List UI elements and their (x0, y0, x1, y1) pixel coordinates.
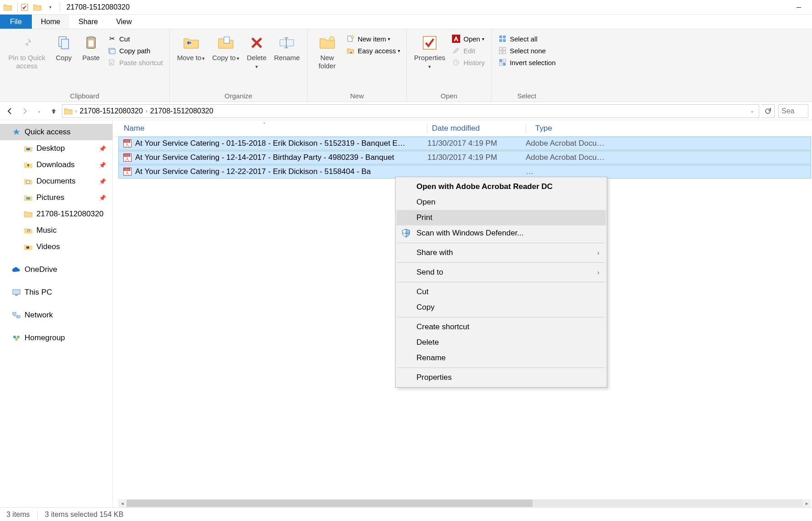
pdf-file-icon (123, 139, 132, 148)
context-separator (397, 282, 605, 282)
breadcrumb-item[interactable]: 21708-1512080320 (150, 107, 213, 115)
context-cut[interactable]: Cut (396, 284, 606, 300)
sidebar-item-this-pc[interactable]: This PC (0, 284, 112, 301)
pin-icon: 📌 (99, 145, 106, 152)
select-none-icon (498, 46, 507, 55)
sidebar-item-network[interactable]: Network (0, 307, 112, 323)
move-to-button[interactable]: Move to (173, 31, 208, 62)
pin-to-quick-access-button[interactable]: Pin to Quick access (4, 31, 50, 70)
forward-button[interactable] (18, 105, 31, 117)
context-rename[interactable]: Rename (396, 350, 606, 366)
file-row[interactable]: At Your Service Catering - 01-15-2018 - … (118, 137, 811, 150)
svg-rect-31 (26, 197, 30, 199)
new-folder-button[interactable]: New folder (311, 31, 343, 70)
new-item-button[interactable]: New item ▾ (343, 33, 403, 45)
scroll-right-button[interactable]: ▸ (803, 501, 811, 506)
column-header-type[interactable]: Type (531, 124, 812, 133)
context-copy[interactable]: Copy (396, 300, 606, 315)
search-input[interactable]: Sea (778, 104, 808, 118)
minimize-button[interactable]: ─ (788, 0, 809, 14)
tab-home[interactable]: Home (32, 15, 70, 29)
scroll-thumb[interactable] (127, 500, 533, 507)
up-button[interactable] (47, 105, 60, 117)
sidebar-item-pictures[interactable]: Pictures📌 (0, 189, 112, 206)
copy-to-button[interactable]: Copy to (208, 31, 243, 62)
context-menu: Open with Adobe Acrobat Reader DC Open P… (395, 177, 607, 388)
open-button[interactable]: Open ▾ (449, 33, 487, 45)
breadcrumb-item[interactable]: 21708-1512080320 (80, 107, 143, 115)
sidebar-item-music[interactable]: Music (0, 222, 112, 239)
sidebar-item-desktop[interactable]: Desktop📌 (0, 140, 112, 157)
tab-view[interactable]: View (107, 15, 141, 29)
rename-button[interactable]: Rename (270, 31, 304, 62)
paste-icon (82, 34, 100, 52)
properties-button[interactable]: Properties▾ (411, 31, 449, 70)
chevron-right-icon[interactable]: › (146, 108, 147, 114)
paste-shortcut-button[interactable]: Paste shortcut (105, 56, 166, 68)
sidebar-item-recent-folder[interactable]: 21708-1512080320 (0, 206, 112, 222)
onedrive-icon (12, 265, 21, 274)
invert-selection-button[interactable]: Invert selection (495, 56, 558, 68)
svg-point-39 (15, 338, 18, 341)
svg-point-11 (330, 36, 334, 41)
sidebar-item-quick-access[interactable]: Quick access (0, 124, 112, 140)
network-icon (12, 311, 21, 320)
recent-locations-button[interactable]: ⌄ (33, 105, 46, 117)
context-properties[interactable]: Properties (396, 370, 606, 385)
rename-icon (278, 34, 296, 52)
ribbon: Pin to Quick access Copy Paste ✂Cut Copy… (0, 29, 812, 102)
documents-folder-icon (24, 177, 33, 186)
chevron-right-icon[interactable]: › (75, 108, 77, 114)
svg-rect-35 (13, 312, 16, 315)
breadcrumb[interactable]: › 21708-1512080320 › 21708-1512080320 ⌄ (62, 104, 759, 118)
context-open[interactable]: Open (396, 194, 606, 210)
context-scan-defender[interactable]: Scan with Windows Defender... (396, 225, 606, 241)
select-all-button[interactable]: Select all (495, 33, 558, 45)
sidebar-item-documents[interactable]: Documents📌 (0, 173, 112, 189)
breadcrumb-dropdown[interactable]: ⌄ (750, 108, 757, 114)
sidebar-item-onedrive[interactable]: OneDrive (0, 261, 112, 278)
select-none-button[interactable]: Select none (495, 45, 558, 56)
delete-button[interactable]: Delete▾ (243, 31, 270, 70)
properties-qat-icon[interactable] (20, 2, 30, 12)
submenu-arrow-icon: › (597, 269, 599, 276)
tab-file[interactable]: File (0, 15, 32, 29)
copy-to-icon (217, 34, 235, 52)
refresh-button[interactable] (761, 104, 775, 118)
back-button[interactable] (4, 105, 16, 117)
context-open-with-adobe[interactable]: Open with Adobe Acrobat Reader DC (396, 179, 606, 194)
ribbon-group-clipboard: Pin to Quick access Copy Paste ✂Cut Copy… (0, 29, 170, 102)
context-create-shortcut[interactable]: Create shortcut (396, 319, 606, 335)
easy-access-button[interactable]: Easy access ▾ (343, 45, 403, 56)
new-folder-qat-icon[interactable] (32, 2, 42, 12)
scroll-left-button[interactable]: ◂ (118, 501, 127, 506)
sidebar-item-homegroup[interactable]: Homegroup (0, 330, 112, 346)
sidebar-item-videos[interactable]: Videos (0, 239, 112, 255)
sidebar-item-downloads[interactable]: Downloads📌 (0, 157, 112, 173)
tab-share[interactable]: Share (69, 15, 107, 29)
file-row[interactable]: At Your Service Catering - 12-14-2017 - … (118, 151, 811, 164)
copy-button[interactable]: Copy (50, 31, 77, 62)
context-share-with[interactable]: Share with› (396, 245, 606, 260)
paste-shortcut-icon (107, 58, 117, 67)
qat-dropdown-icon[interactable]: ▾ (45, 2, 55, 12)
cut-button[interactable]: ✂Cut (105, 33, 166, 45)
column-header-name[interactable]: Name˄ (113, 124, 427, 133)
context-separator (397, 368, 605, 368)
folder-icon (64, 108, 72, 114)
history-button[interactable]: History (449, 56, 487, 68)
column-header-date[interactable]: Date modified (432, 124, 526, 133)
paste-button[interactable]: Paste (77, 31, 105, 62)
context-delete[interactable]: Delete (396, 335, 606, 350)
svg-rect-18 (503, 36, 506, 38)
scroll-track[interactable] (127, 500, 803, 507)
svg-rect-10 (280, 40, 294, 46)
horizontal-scrollbar[interactable]: ◂ ▸ (118, 499, 811, 507)
context-send-to[interactable]: Send to› (396, 265, 606, 280)
copy-path-button[interactable]: Copy path (105, 45, 166, 56)
status-selection: 3 items selected 154 KB (45, 511, 124, 519)
downloads-folder-icon (24, 160, 33, 169)
context-print[interactable]: Print (396, 210, 606, 225)
edit-button[interactable]: Edit (449, 45, 487, 56)
select-all-icon (498, 34, 507, 43)
